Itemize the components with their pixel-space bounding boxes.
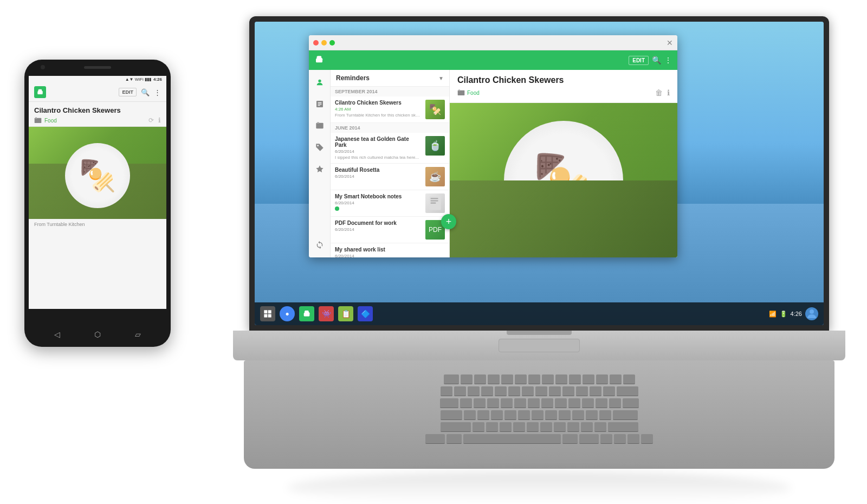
key-r[interactable] (501, 398, 513, 408)
key-semicolon[interactable] (586, 410, 598, 420)
key-down[interactable] (627, 434, 639, 444)
sidebar-item-account[interactable] (312, 74, 328, 91)
window-minimize-button[interactable] (321, 40, 327, 46)
note-detail-delete-icon[interactable]: 🗑 (655, 88, 663, 97)
phone-back-button[interactable]: ◁ (54, 330, 60, 339)
sidebar-item-sync[interactable] (312, 237, 328, 253)
key-f[interactable] (504, 410, 516, 420)
key-enter[interactable] (613, 410, 638, 420)
key-f11[interactable] (596, 374, 608, 384)
note-item-pdf[interactable]: PDF Document for work 6/20/2014 PDF (331, 217, 449, 243)
taskbar-app5-icon[interactable]: 🔷 (358, 306, 373, 321)
key-tilde[interactable] (441, 386, 452, 396)
key-k[interactable] (559, 410, 571, 420)
key-g[interactable] (518, 410, 530, 420)
key-f7[interactable] (542, 374, 554, 384)
key-esc[interactable] (444, 374, 459, 384)
key-m[interactable] (554, 422, 566, 432)
sidebar-item-notebooks[interactable] (312, 118, 328, 134)
key-f9[interactable] (569, 374, 581, 384)
key-j[interactable] (545, 410, 557, 420)
key-equals[interactable] (603, 386, 615, 396)
key-f10[interactable] (583, 374, 594, 384)
phone-edit-button[interactable]: EDIT (119, 88, 137, 96)
key-rbracket[interactable] (609, 398, 621, 408)
key-f12[interactable] (610, 374, 622, 384)
key-f2[interactable] (474, 374, 486, 384)
taskbar-app4-icon[interactable]: 📋 (338, 306, 353, 321)
phone-search-icon[interactable]: 🔍 (141, 88, 150, 96)
key-1[interactable] (454, 386, 466, 396)
key-f8[interactable] (555, 374, 567, 384)
key-v[interactable] (513, 422, 525, 432)
window-close-button[interactable] (313, 40, 319, 46)
key-period[interactable] (581, 422, 593, 432)
key-0[interactable] (576, 386, 588, 396)
key-tab[interactable] (440, 398, 458, 408)
sidebar-item-shortcuts[interactable] (312, 161, 328, 177)
taskbar-evernote-icon[interactable] (299, 306, 314, 321)
key-f4[interactable] (501, 374, 513, 384)
key-lalt[interactable] (447, 434, 462, 444)
taskbar-chrome-icon[interactable]: ● (280, 306, 295, 321)
key-d[interactable] (491, 410, 503, 420)
key-rshift[interactable] (608, 422, 638, 432)
key-left[interactable] (600, 434, 612, 444)
key-l[interactable] (572, 410, 584, 420)
key-h[interactable] (532, 410, 544, 420)
note-item-japanese-tea[interactable]: Japanese tea at Golden Gate Park 6/20/20… (331, 133, 449, 164)
key-backslash[interactable] (623, 398, 639, 408)
key-f5[interactable] (515, 374, 527, 384)
phone-info-icon[interactable]: ℹ (158, 117, 161, 124)
phone-home-button[interactable]: ⬡ (94, 330, 101, 339)
phone-share-icon[interactable]: ⟳ (148, 117, 154, 124)
key-y[interactable] (528, 398, 540, 408)
key-p[interactable] (582, 398, 594, 408)
note-item-smart-notebook[interactable]: My Smart Notebook notes 6/20/2014 (331, 190, 449, 217)
key-right[interactable] (641, 434, 653, 444)
key-9[interactable] (562, 386, 574, 396)
key-3[interactable] (481, 386, 493, 396)
sidebar-item-tags[interactable] (312, 139, 328, 156)
key-7[interactable] (535, 386, 547, 396)
note-detail-info-icon[interactable]: ℹ (667, 88, 670, 97)
key-up[interactable] (614, 434, 626, 444)
key-i[interactable] (555, 398, 567, 408)
key-5[interactable] (508, 386, 520, 396)
evernote-more-icon[interactable]: ⋮ (664, 56, 672, 64)
key-comma[interactable] (567, 422, 579, 432)
key-4[interactable] (495, 386, 507, 396)
key-s[interactable] (477, 410, 489, 420)
key-quote[interactable] (599, 410, 611, 420)
window-close-x-icon[interactable]: ✕ (667, 38, 673, 47)
key-n[interactable] (540, 422, 552, 432)
key-f1[interactable] (461, 374, 473, 384)
key-q[interactable] (460, 398, 472, 408)
key-lbracket[interactable] (596, 398, 607, 408)
key-rctrl[interactable] (579, 434, 599, 444)
note-item-cilantro[interactable]: Cilantro Chicken Skewers 4:26 AM From Tu… (331, 96, 449, 123)
key-2[interactable] (468, 386, 480, 396)
taskbar-avatar[interactable] (805, 307, 818, 320)
laptop-touchpad[interactable] (499, 339, 580, 352)
key-lshift[interactable] (441, 422, 471, 432)
key-t[interactable] (514, 398, 526, 408)
key-b[interactable] (527, 422, 539, 432)
key-8[interactable] (549, 386, 561, 396)
key-ralt[interactable] (562, 434, 578, 444)
key-x[interactable] (486, 422, 498, 432)
sidebar-item-notes[interactable] (312, 96, 328, 112)
key-z[interactable] (473, 422, 484, 432)
key-a[interactable] (464, 410, 476, 420)
key-lctrl[interactable] (425, 434, 445, 444)
key-u[interactable] (541, 398, 553, 408)
phone-recents-button[interactable]: ▱ (135, 330, 141, 339)
fab-new-note[interactable]: + (441, 214, 456, 229)
key-space[interactable] (463, 434, 561, 444)
evernote-edit-button[interactable]: EDIT (629, 56, 649, 65)
key-capslock[interactable] (441, 410, 462, 420)
taskbar-apps-icon[interactable] (260, 306, 275, 321)
note-item-shared-work[interactable]: My shared work list 6/20/2014 Work list … (331, 243, 449, 257)
key-f6[interactable] (528, 374, 540, 384)
evernote-search-icon[interactable]: 🔍 (652, 56, 661, 64)
